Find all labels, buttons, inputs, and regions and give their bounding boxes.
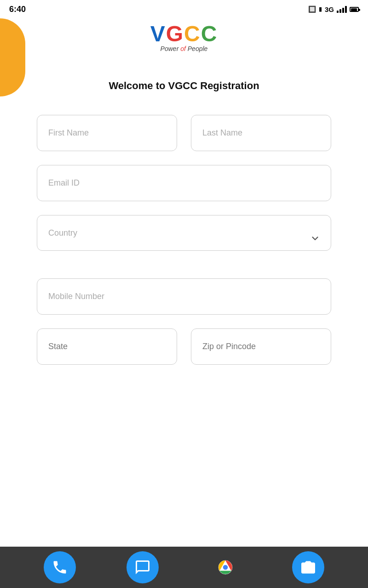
logo-tagline: Power of People bbox=[150, 45, 218, 52]
time-display: 6:40 bbox=[9, 5, 26, 14]
country-wrapper: Country India United States United Kingd… bbox=[37, 215, 331, 265]
sim-icon: 🔲 bbox=[308, 6, 316, 13]
name-row bbox=[37, 115, 331, 151]
welcome-heading: Welcome to VGCC Registration bbox=[0, 80, 368, 92]
last-name-input[interactable] bbox=[191, 115, 331, 151]
status-icons: 🔲 ▮ 3G bbox=[308, 6, 359, 13]
svg-point-3 bbox=[223, 565, 228, 570]
nav-messages-button[interactable] bbox=[126, 551, 159, 583]
state-zip-row bbox=[37, 328, 331, 365]
nav-camera-button[interactable] bbox=[292, 551, 324, 583]
signal-icon bbox=[337, 6, 347, 13]
logo-g: G bbox=[166, 22, 184, 46]
network-label: 3G bbox=[325, 6, 334, 13]
registration-form: Country India United States United Kingd… bbox=[0, 115, 368, 365]
state-input[interactable] bbox=[37, 328, 177, 365]
android-nav-bar bbox=[0, 547, 368, 588]
sim2-icon: ▮ bbox=[319, 6, 322, 12]
status-bar: 6:40 🔲 ▮ 3G bbox=[0, 0, 368, 18]
country-select[interactable]: Country India United States United Kingd… bbox=[37, 215, 331, 251]
logo-c1: C bbox=[184, 22, 201, 46]
logo: VGCC bbox=[150, 23, 218, 45]
logo-container: VGCC Power of People bbox=[0, 23, 368, 52]
zip-input[interactable] bbox=[191, 328, 331, 365]
logo-c2: C bbox=[201, 22, 218, 46]
battery-icon bbox=[350, 7, 359, 12]
logo-v: V bbox=[150, 22, 166, 46]
nav-phone-button[interactable] bbox=[44, 551, 76, 583]
nav-chrome-button[interactable] bbox=[209, 551, 242, 583]
mobile-input[interactable] bbox=[37, 278, 331, 315]
email-input[interactable] bbox=[37, 165, 331, 201]
first-name-input[interactable] bbox=[37, 115, 177, 151]
